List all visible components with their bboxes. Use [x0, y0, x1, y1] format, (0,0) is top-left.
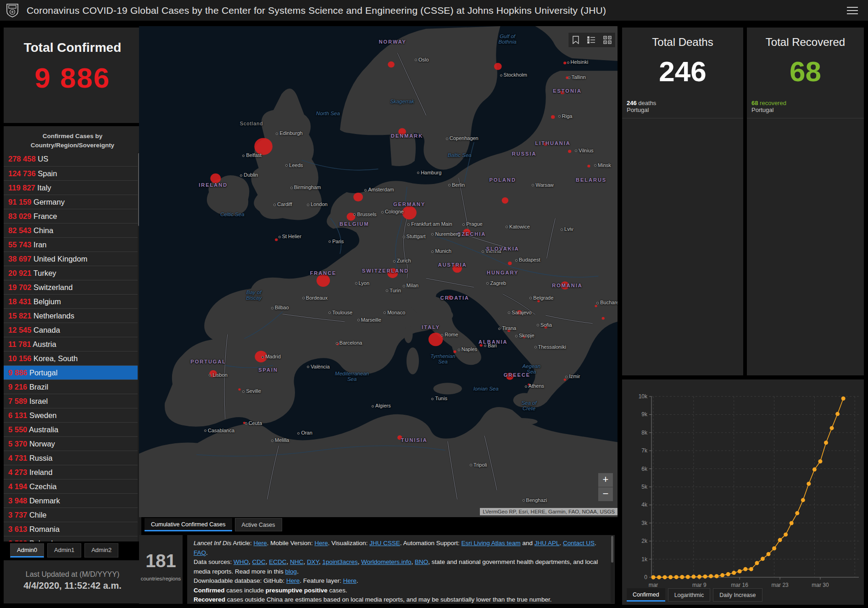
case-bubble[interactable]: [210, 173, 221, 183]
case-bubble[interactable]: [595, 305, 597, 307]
country-row-france[interactable]: 83 029 France: [4, 209, 138, 223]
case-bubble[interactable]: [255, 351, 267, 362]
info-link[interactable]: JHU CSSE: [369, 540, 400, 547]
info-link[interactable]: Esri Living Atlas team: [462, 540, 521, 547]
case-bubble[interactable]: [566, 76, 568, 79]
country-row-czechia[interactable]: 4 194 Czechia: [4, 479, 138, 493]
country-row-belgium[interactable]: 18 431 Belgium: [4, 294, 138, 308]
chart-tab-logarithmic[interactable]: Logarithmic: [668, 588, 711, 602]
zoom-out-button[interactable]: −: [598, 487, 613, 501]
map-tab-active-cases[interactable]: Active Cases: [235, 518, 282, 531]
country-row-australia[interactable]: 5 550 Australia: [4, 422, 138, 436]
case-bubble[interactable]: [275, 239, 278, 241]
country-row-united-kingdom[interactable]: 38 697 United Kingdom: [4, 251, 138, 266]
info-link[interactable]: Here: [254, 540, 267, 547]
case-bubble[interactable]: [537, 300, 540, 302]
world-map[interactable]: Gulf ofBothniaNORWAYOsloStockholmHelsink…: [139, 26, 618, 517]
country-row-spain[interactable]: 124 736 Spain: [4, 166, 138, 180]
country-row-netherlands[interactable]: 15 821 Netherlands: [4, 308, 138, 323]
basemap-icon[interactable]: [603, 36, 612, 44]
country-row-germany[interactable]: 91 159 Germany: [4, 195, 138, 209]
case-bubble[interactable]: [551, 115, 555, 119]
info-link[interactable]: WHO: [234, 558, 249, 565]
info-link[interactable]: ECDC: [269, 558, 286, 565]
country-row-norway[interactable]: 5 370 Norway: [4, 436, 138, 451]
case-bubble[interactable]: [388, 61, 395, 68]
info-link[interactable]: Here: [286, 577, 300, 584]
chart-tab-daily-increase[interactable]: Daily Increase: [713, 588, 762, 602]
country-row-switzerland[interactable]: 19 702 Switzerland: [4, 280, 138, 294]
case-bubble[interactable]: [397, 435, 402, 440]
case-bubble[interactable]: [243, 422, 245, 424]
case-bubble[interactable]: [508, 262, 512, 265]
case-bubble[interactable]: [517, 310, 522, 315]
case-bubble[interactable]: [254, 138, 273, 155]
info-link[interactable]: BNO: [415, 558, 428, 565]
case-bubble[interactable]: [480, 344, 483, 347]
tab-admin0[interactable]: Admin0: [10, 543, 44, 558]
recovered-region-row[interactable]: 68 recovered Portugal: [751, 100, 864, 113]
info-link[interactable]: Here: [314, 540, 328, 547]
info-link[interactable]: 1point3acres: [322, 558, 357, 565]
case-bubble[interactable]: [587, 165, 590, 167]
info-link[interactable]: FAQ: [194, 549, 206, 556]
case-bubble[interactable]: [494, 63, 502, 70]
case-bubble[interactable]: [506, 373, 514, 380]
case-bubble[interactable]: [602, 317, 605, 320]
country-row-brazil[interactable]: 9 216 Brazil: [4, 379, 138, 394]
info-scrollbar[interactable]: [611, 536, 614, 603]
country-row-israel[interactable]: 7 589 Israel: [4, 394, 138, 408]
tab-admin2[interactable]: Admin2: [84, 543, 118, 558]
case-bubble[interactable]: [387, 268, 398, 278]
info-link[interactable]: CDC: [252, 558, 266, 565]
info-link[interactable]: Contact US: [563, 540, 595, 547]
case-bubble[interactable]: [428, 333, 443, 346]
info-link[interactable]: DXY: [307, 558, 319, 565]
map-tab-cumulative-confirmed-cases[interactable]: Cumulative Confirmed Cases: [145, 518, 232, 531]
legend-icon[interactable]: [587, 36, 595, 44]
country-row-korea-south[interactable]: 10 156 Korea, South: [4, 351, 138, 365]
case-bubble[interactable]: [347, 212, 356, 221]
tab-admin1[interactable]: Admin1: [47, 543, 81, 558]
case-bubble[interactable]: [336, 342, 339, 345]
country-row-ireland[interactable]: 4 273 Ireland: [4, 465, 138, 479]
case-bubble[interactable]: [402, 206, 417, 219]
case-bubble[interactable]: [502, 197, 509, 204]
deaths-region-row[interactable]: 246 deaths Portugal: [627, 100, 743, 113]
case-bubble[interactable]: [523, 335, 525, 338]
case-bubble[interactable]: [453, 350, 456, 353]
case-bubble[interactable]: [568, 150, 571, 153]
country-row-austria[interactable]: 11 781 Austria: [4, 337, 138, 351]
info-link[interactable]: NHC: [290, 558, 303, 565]
country-row-italy[interactable]: 119 827 Italy: [4, 180, 138, 195]
country-row-us[interactable]: 278 458 US: [4, 152, 138, 166]
zoom-in-button[interactable]: +: [598, 473, 613, 487]
country-row-poland[interactable]: 3 593 Poland: [4, 536, 138, 541]
country-row-portugal[interactable]: 9 886 Portugal: [4, 365, 138, 379]
case-bubble[interactable]: [209, 370, 217, 378]
chart-tab-confirmed[interactable]: Confirmed: [627, 588, 665, 602]
case-bubble[interactable]: [563, 61, 566, 64]
case-bubble[interactable]: [398, 128, 406, 135]
country-row-turkey[interactable]: 20 921 Turkey: [4, 266, 138, 280]
case-bubble[interactable]: [564, 379, 566, 381]
info-link[interactable]: blog: [285, 568, 297, 575]
case-bubble[interactable]: [507, 329, 510, 332]
case-bubble[interactable]: [317, 274, 330, 287]
country-row-canada[interactable]: 12 545 Canada: [4, 323, 138, 337]
confirmed-cases-line-chart[interactable]: 01k2k3k4k5k6k7k8k9k10kmarmar 9mar 16mar …: [622, 379, 864, 591]
hamburger-menu-icon[interactable]: [847, 5, 858, 17]
country-row-russia[interactable]: 4 731 Russia: [4, 451, 138, 465]
case-bubble[interactable]: [544, 142, 547, 146]
case-bubble[interactable]: [448, 296, 452, 300]
country-row-iran[interactable]: 55 743 Iran: [4, 237, 138, 251]
info-scrollbar-thumb[interactable]: [611, 536, 613, 563]
info-link[interactable]: Worldometers.info: [361, 558, 411, 565]
country-row-sweden[interactable]: 6 131 Sweden: [4, 408, 138, 422]
case-bubble[interactable]: [452, 264, 462, 273]
case-bubble[interactable]: [561, 281, 569, 290]
country-row-denmark[interactable]: 3 948 Denmark: [4, 493, 138, 508]
bookmark-icon[interactable]: [572, 36, 579, 44]
country-row-china[interactable]: 82 543 China: [4, 223, 138, 237]
case-bubble[interactable]: [463, 229, 471, 236]
